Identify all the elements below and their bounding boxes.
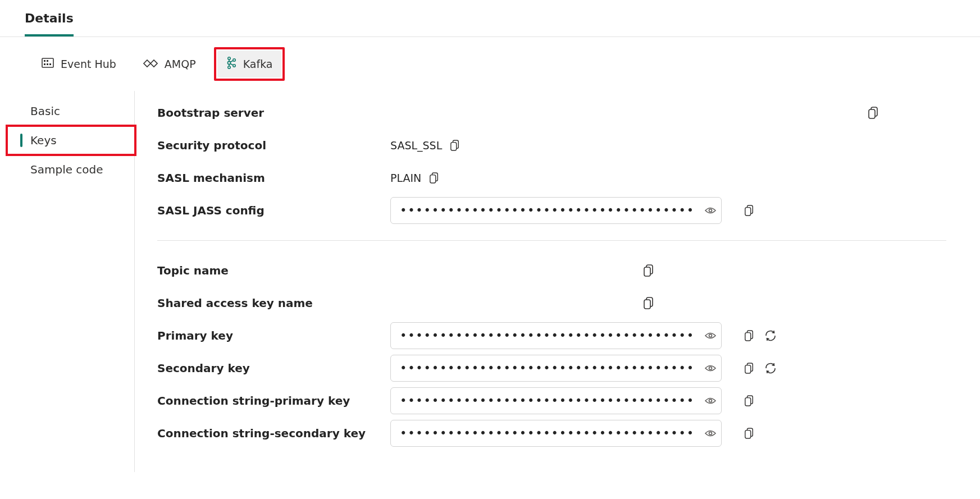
field-value: SASL_SSL bbox=[390, 139, 442, 152]
row-secondary-key: Secondary key bbox=[157, 352, 946, 384]
svg-rect-0 bbox=[42, 58, 53, 67]
svg-point-7 bbox=[227, 61, 230, 64]
field-label: Primary key bbox=[157, 329, 379, 342]
connection-string-secondary-input[interactable] bbox=[390, 420, 722, 447]
row-connection-string-primary: Connection string-primary key bbox=[157, 384, 946, 417]
eventhub-icon bbox=[42, 58, 54, 70]
svg-point-34 bbox=[709, 400, 712, 402]
row-sasl-jass-config: SASL JASS config bbox=[157, 194, 946, 227]
svg-point-31 bbox=[709, 367, 712, 370]
row-shared-access-key-name: Shared access key name bbox=[157, 287, 946, 319]
field-label: Shared access key name bbox=[157, 296, 379, 310]
sasl-jass-config-input[interactable] bbox=[390, 197, 722, 224]
copy-icon[interactable] bbox=[744, 329, 754, 342]
row-bootstrap-server: Bootstrap server bbox=[157, 97, 946, 129]
kafka-highlight-box: Kafka bbox=[214, 47, 285, 81]
svg-rect-3 bbox=[44, 63, 45, 65]
field-label: SASL mechanism bbox=[157, 171, 379, 185]
svg-rect-23 bbox=[745, 208, 751, 216]
copy-icon[interactable] bbox=[744, 204, 754, 217]
protocol-tabs: Event Hub AMQP Kafka bbox=[0, 37, 980, 91]
top-tabs: Details bbox=[0, 0, 980, 37]
svg-rect-16 bbox=[869, 109, 875, 118]
protocol-tab-kafka[interactable]: Kafka bbox=[217, 51, 282, 77]
svg-rect-39 bbox=[745, 431, 751, 438]
field-label: Security protocol bbox=[157, 139, 379, 152]
svg-line-13 bbox=[230, 61, 233, 62]
svg-point-9 bbox=[233, 59, 235, 61]
svg-point-8 bbox=[227, 66, 230, 68]
svg-rect-18 bbox=[451, 143, 457, 150]
amqp-icon bbox=[143, 58, 158, 70]
copy-icon[interactable] bbox=[868, 106, 879, 120]
sidebar-item-label: Keys bbox=[30, 134, 57, 147]
protocol-tab-amqp[interactable]: AMQP bbox=[134, 52, 205, 76]
field-label: Topic name bbox=[157, 264, 379, 277]
secondary-key-input[interactable] bbox=[390, 355, 722, 382]
svg-line-14 bbox=[230, 64, 233, 66]
copy-icon[interactable] bbox=[643, 264, 654, 277]
protocol-tab-label: AMQP bbox=[165, 58, 196, 70]
field-label: Connection string-primary key bbox=[157, 394, 379, 408]
field-label: Connection string-secondary key bbox=[157, 427, 379, 440]
sidebar-item-basic[interactable]: Basic bbox=[0, 97, 134, 126]
reveal-icon[interactable] bbox=[705, 207, 716, 214]
sidebar-item-sample-code[interactable]: Sample code bbox=[0, 155, 134, 184]
svg-rect-1 bbox=[44, 60, 45, 62]
copy-icon[interactable] bbox=[744, 362, 754, 374]
svg-point-37 bbox=[709, 432, 712, 435]
svg-rect-5 bbox=[49, 63, 51, 65]
copy-icon[interactable] bbox=[744, 427, 754, 440]
content-area: Basic Keys Sample code Bootstrap server … bbox=[0, 91, 980, 472]
svg-point-10 bbox=[233, 65, 235, 67]
field-value: PLAIN bbox=[390, 172, 421, 184]
svg-rect-33 bbox=[745, 365, 751, 373]
row-connection-string-secondary: Connection string-secondary key bbox=[157, 417, 946, 450]
row-topic-name: Topic name bbox=[157, 254, 946, 287]
row-primary-key: Primary key bbox=[157, 319, 946, 352]
sidebar-item-keys[interactable]: Keys bbox=[0, 126, 134, 155]
svg-rect-2 bbox=[47, 60, 48, 62]
divider bbox=[157, 240, 946, 241]
protocol-tab-label: Event Hub bbox=[61, 58, 116, 70]
protocol-tab-eventhub[interactable]: Event Hub bbox=[33, 52, 125, 76]
svg-rect-20 bbox=[430, 175, 436, 183]
svg-point-21 bbox=[709, 209, 712, 212]
copy-icon[interactable] bbox=[450, 139, 460, 152]
sidebar: Basic Keys Sample code bbox=[0, 91, 135, 472]
connection-string-primary-input[interactable] bbox=[390, 387, 722, 414]
protocol-tab-label: Kafka bbox=[243, 58, 273, 70]
row-sasl-mechanism: SASL mechanism PLAIN bbox=[157, 162, 946, 194]
primary-key-input[interactable] bbox=[390, 322, 722, 349]
tab-details[interactable]: Details bbox=[25, 11, 74, 36]
reveal-icon[interactable] bbox=[705, 332, 716, 340]
svg-point-6 bbox=[227, 57, 230, 59]
svg-rect-36 bbox=[745, 398, 751, 406]
main-panel: Bootstrap server Security protocol SASL_… bbox=[135, 91, 980, 472]
copy-icon[interactable] bbox=[744, 395, 754, 407]
svg-rect-4 bbox=[47, 63, 48, 65]
reveal-icon[interactable] bbox=[705, 364, 716, 372]
svg-rect-27 bbox=[644, 300, 650, 309]
svg-point-28 bbox=[709, 335, 712, 337]
field-label: Bootstrap server bbox=[157, 106, 379, 120]
reveal-icon[interactable] bbox=[705, 429, 716, 437]
regenerate-icon[interactable] bbox=[764, 329, 777, 342]
copy-icon[interactable] bbox=[429, 172, 439, 184]
reveal-icon[interactable] bbox=[705, 397, 716, 405]
copy-icon[interactable] bbox=[643, 296, 654, 310]
field-label: Secondary key bbox=[157, 361, 379, 375]
keys-highlight-box bbox=[6, 125, 136, 156]
regenerate-icon[interactable] bbox=[764, 362, 777, 374]
svg-rect-25 bbox=[644, 267, 650, 276]
row-security-protocol: Security protocol SASL_SSL bbox=[157, 129, 946, 162]
kafka-icon bbox=[226, 56, 236, 72]
svg-rect-30 bbox=[745, 333, 751, 341]
field-label: SASL JASS config bbox=[157, 204, 379, 217]
